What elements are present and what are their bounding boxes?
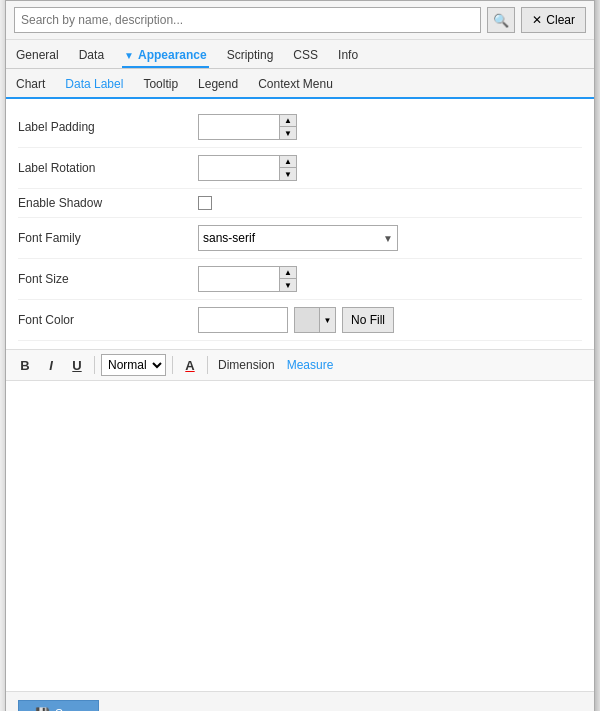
color-row: #dddddd ▼ No Fill: [198, 307, 394, 333]
chevron-down-icon: ▼: [383, 233, 393, 244]
measure-button[interactable]: Measure: [283, 358, 338, 372]
color-swatch: [295, 308, 319, 332]
font-color-row: Font Color #dddddd ▼ No Fill: [18, 300, 582, 341]
font-size-down[interactable]: ▼: [280, 279, 296, 291]
editor-toolbar: B I U Normal A Dimension Measure: [6, 349, 594, 381]
font-family-control: sans-serif ▼: [198, 225, 582, 251]
separator-2: [172, 356, 173, 374]
main-nav: General Data ▼ Appearance Scripting CSS …: [6, 40, 594, 69]
font-size-row: Font Size 14 ▲ ▼: [18, 259, 582, 300]
label-rotation-control: 0 ▲ ▼: [198, 155, 582, 181]
tab-css[interactable]: CSS: [291, 44, 320, 68]
font-family-row: Font Family sans-serif ▼: [18, 218, 582, 259]
label-rotation-down[interactable]: ▼: [280, 168, 296, 180]
editor-area[interactable]: [6, 381, 594, 691]
separator-3: [207, 356, 208, 374]
color-swatch-button[interactable]: ▼: [294, 307, 336, 333]
color-hex-input[interactable]: #dddddd: [198, 307, 288, 333]
label-rotation-label: Label Rotation: [18, 161, 198, 175]
font-color-button[interactable]: A: [179, 354, 201, 376]
font-size-spinner: 14 ▲ ▼: [198, 266, 297, 292]
tab-info[interactable]: Info: [336, 44, 360, 68]
font-size-input[interactable]: 14: [199, 267, 279, 291]
tab-appearance[interactable]: ▼ Appearance: [122, 44, 209, 68]
enable-shadow-label: Enable Shadow: [18, 196, 198, 210]
label-rotation-spinner: 0 ▲ ▼: [198, 155, 297, 181]
save-label: Save: [55, 707, 82, 711]
save-button[interactable]: 💾 Save: [18, 700, 99, 711]
underline-button[interactable]: U: [66, 354, 88, 376]
font-size-up[interactable]: ▲: [280, 267, 296, 279]
separator-1: [94, 356, 95, 374]
bold-button[interactable]: B: [14, 354, 36, 376]
label-rotation-input[interactable]: 0: [199, 156, 279, 180]
enable-shadow-checkbox[interactable]: [198, 196, 212, 210]
label-rotation-up[interactable]: ▲: [280, 156, 296, 168]
font-size-control: 14 ▲ ▼: [198, 266, 582, 292]
subtab-legend[interactable]: Legend: [196, 73, 240, 99]
label-padding-spinbtns: ▲ ▼: [279, 115, 296, 139]
label-padding-control: 2 ▲ ▼: [198, 114, 582, 140]
font-size-spinbtns: ▲ ▼: [279, 267, 296, 291]
label-padding-down[interactable]: ▼: [280, 127, 296, 139]
no-fill-label: No Fill: [351, 313, 385, 327]
search-toolbar: 🔍 ✕ Clear: [6, 1, 594, 40]
label-padding-up[interactable]: ▲: [280, 115, 296, 127]
form-section: Label Padding 2 ▲ ▼ Label Rotation: [6, 99, 594, 349]
sub-nav: Chart Data Label Tooltip Legend Context …: [6, 69, 594, 99]
clear-icon: ✕: [532, 13, 542, 27]
no-fill-button[interactable]: No Fill: [342, 307, 394, 333]
font-family-label: Font Family: [18, 231, 198, 245]
tab-data[interactable]: Data: [77, 44, 106, 68]
label-rotation-spinbtns: ▲ ▼: [279, 156, 296, 180]
additional-properties-window: Additional Properties ✕ ─ 🔍 ✕ Clear Gene…: [5, 0, 595, 711]
font-color-icon: A: [185, 358, 194, 373]
color-dropdown-icon[interactable]: ▼: [319, 308, 335, 332]
tab-general[interactable]: General: [14, 44, 61, 68]
label-rotation-row: Label Rotation 0 ▲ ▼: [18, 148, 582, 189]
font-color-label: Font Color: [18, 313, 198, 327]
tab-scripting[interactable]: Scripting: [225, 44, 276, 68]
subtab-data-label[interactable]: Data Label: [63, 73, 125, 99]
subtab-tooltip[interactable]: Tooltip: [141, 73, 180, 99]
label-padding-row: Label Padding 2 ▲ ▼: [18, 107, 582, 148]
save-bar: 💾 Save: [6, 691, 594, 711]
save-icon: 💾: [35, 707, 50, 711]
form-content: Label Padding 2 ▲ ▼ Label Rotation: [6, 99, 594, 691]
label-padding-spinner: 2 ▲ ▼: [198, 114, 297, 140]
search-input[interactable]: [14, 7, 481, 33]
font-color-control: #dddddd ▼ No Fill: [198, 307, 582, 333]
dimension-button[interactable]: Dimension: [214, 358, 279, 372]
font-size-label: Font Size: [18, 272, 198, 286]
subtab-chart[interactable]: Chart: [14, 73, 47, 99]
italic-button[interactable]: I: [40, 354, 62, 376]
font-family-select[interactable]: sans-serif ▼: [198, 225, 398, 251]
enable-shadow-control: [198, 196, 582, 210]
label-padding-label: Label Padding: [18, 120, 198, 134]
clear-label: Clear: [546, 13, 575, 27]
search-button[interactable]: 🔍: [487, 7, 515, 33]
enable-shadow-row: Enable Shadow: [18, 189, 582, 218]
style-select[interactable]: Normal: [101, 354, 166, 376]
label-padding-input[interactable]: 2: [199, 115, 279, 139]
clear-button[interactable]: ✕ Clear: [521, 7, 586, 33]
subtab-context-menu[interactable]: Context Menu: [256, 73, 335, 99]
